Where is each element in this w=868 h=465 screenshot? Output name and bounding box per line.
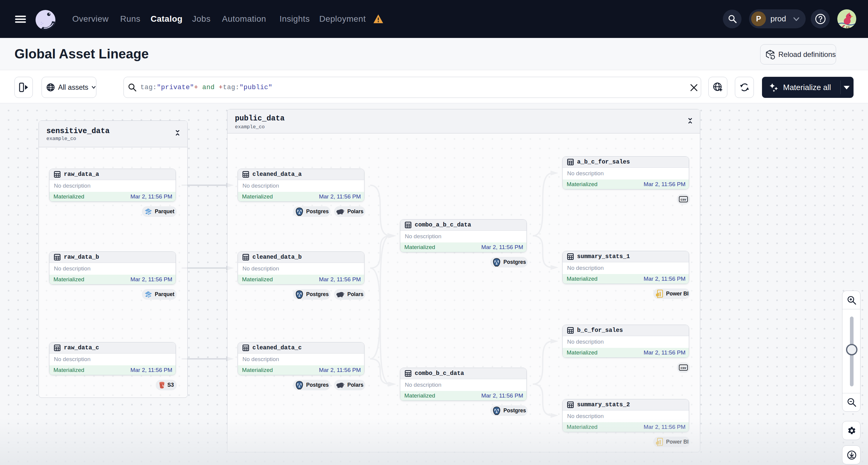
svg-text:csv: csv (681, 366, 686, 370)
svg-text:csv: csv (681, 197, 686, 201)
